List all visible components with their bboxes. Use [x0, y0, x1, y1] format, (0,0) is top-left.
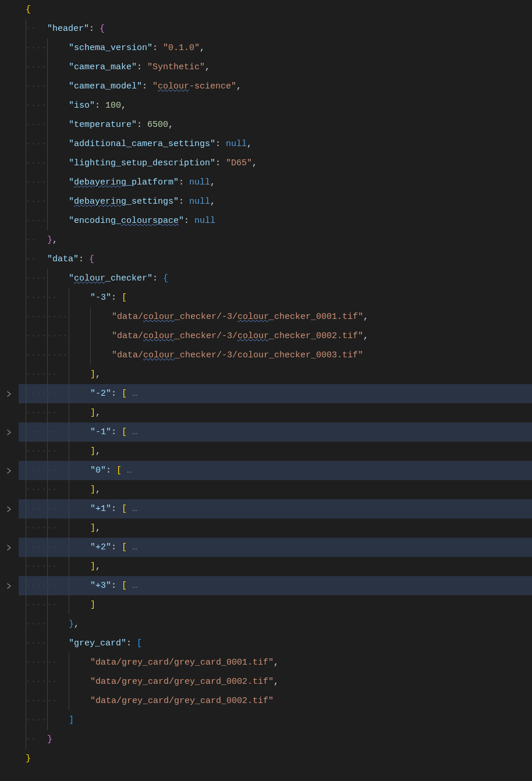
token-str: colour — [143, 307, 175, 326]
token-fold: … — [127, 538, 137, 557]
token-brace-d: [ — [122, 423, 127, 442]
token-comma: , — [210, 173, 215, 192]
code-line[interactable]: ··} — [19, 730, 532, 749]
whitespace-dots: ······ — [26, 595, 57, 615]
code-line[interactable]: ······], — [19, 519, 532, 538]
gutter-blank — [0, 557, 19, 576]
token-comma: , — [52, 230, 58, 250]
fold-chevron-icon[interactable] — [0, 499, 19, 519]
token-brace-b: { — [100, 19, 105, 38]
code-line[interactable]: ········"data/colour_checker/-3/colour_c… — [19, 326, 532, 346]
code-line[interactable]: ······"-2": [ … — [19, 384, 532, 403]
fold-chevron-icon[interactable] — [0, 384, 19, 403]
code-line[interactable]: } — [19, 749, 532, 768]
token-colon: : — [137, 58, 147, 77]
gutter-blank — [0, 346, 19, 365]
code-line[interactable]: ······], — [19, 365, 532, 384]
code-line[interactable]: ········"data/colour_checker/-3/colour_c… — [19, 307, 532, 326]
code-line[interactable]: ····"iso": 100, — [19, 96, 532, 115]
gutter-blank — [0, 230, 19, 250]
whitespace-dots: ···· — [26, 38, 47, 58]
code-line[interactable]: ······"+2": [ … — [19, 538, 532, 557]
code-line[interactable]: ··}, — [19, 230, 532, 250]
token-colon: : — [79, 250, 89, 269]
code-line[interactable]: ····"grey_card": [ — [19, 634, 532, 653]
code-line[interactable]: ······"-3": [ — [19, 288, 532, 307]
code-line[interactable]: ······], — [19, 557, 532, 576]
code-line[interactable]: ····"encoding_colourspace": null — [19, 211, 532, 230]
token-str: " — [152, 77, 158, 96]
whitespace-dots: ······ — [26, 519, 57, 538]
whitespace-dots: ···· — [26, 634, 47, 653]
gutter-blank — [0, 38, 19, 58]
code-line[interactable]: ····"lighting_setup_description": "D65", — [19, 154, 532, 173]
code-line[interactable]: { — [19, 0, 532, 19]
token-nul: null — [189, 173, 210, 192]
gutter-blank — [0, 480, 19, 499]
token-key: "lighting_setup_description" — [69, 154, 215, 173]
code-line[interactable]: ····"debayering_platform": null, — [19, 173, 532, 192]
code-line[interactable]: ··"data": { — [19, 250, 532, 269]
token-brace-b: { — [89, 250, 94, 269]
gutter-blank — [0, 442, 19, 461]
gutter-blank — [0, 134, 19, 154]
gutter-blank — [0, 19, 19, 38]
token-comma: , — [121, 96, 126, 115]
code-line[interactable]: ······"data/grey_card/grey_card_0002.tif… — [19, 691, 532, 711]
code-line[interactable]: ··"header": { — [19, 19, 532, 38]
token-colon: : — [106, 461, 116, 480]
token-brace-d: [ — [122, 288, 127, 307]
whitespace-dots: ······ — [26, 672, 57, 691]
token-comma: , — [252, 154, 257, 173]
code-line[interactable]: ······"+3": [ … — [19, 576, 532, 595]
code-line[interactable]: ····"temperature": 6500, — [19, 115, 532, 134]
code-line[interactable]: ····"camera_make": "Synthetic", — [19, 58, 532, 77]
code-line[interactable]: ····}, — [19, 615, 532, 634]
code-line[interactable]: ······"0": [ … — [19, 461, 532, 480]
code-line[interactable]: ······"data/grey_card/grey_card_0001.tif… — [19, 653, 532, 672]
code-line[interactable]: ····] — [19, 711, 532, 730]
token-comma: , — [274, 653, 279, 672]
whitespace-dots: ········ — [26, 307, 68, 326]
code-line[interactable]: ····"camera_model": "colour-science", — [19, 77, 532, 96]
token-colon: : — [179, 173, 189, 192]
token-comma: , — [363, 307, 368, 326]
code-line[interactable]: ········"data/colour_checker/-3/colour_c… — [19, 346, 532, 365]
token-brace-d: [ — [122, 538, 127, 557]
token-colon: : — [111, 576, 122, 595]
code-line[interactable]: ····"additional_camera_settings": null, — [19, 134, 532, 154]
fold-chevron-icon[interactable] — [0, 538, 19, 557]
whitespace-dots: ······ — [26, 423, 57, 442]
token-str: colour — [237, 326, 269, 346]
code-line[interactable]: ····"debayering_settings": null, — [19, 192, 532, 211]
code-line[interactable]: ······"-1": [ … — [19, 423, 532, 442]
token-brace-c: ] — [69, 711, 74, 730]
code-line[interactable]: ······"data/grey_card/grey_card_0002.tif… — [19, 672, 532, 691]
token-str: _checker/-3/ — [175, 326, 237, 346]
code-line[interactable]: ····"schema_version": "0.1.0", — [19, 38, 532, 58]
fold-chevron-icon[interactable] — [0, 461, 19, 480]
whitespace-dots: ···· — [26, 154, 47, 173]
whitespace-dots: ······ — [26, 384, 57, 403]
fold-chevron-icon[interactable] — [0, 576, 19, 595]
token-key: "header" — [47, 19, 89, 38]
fold-chevron-icon[interactable] — [0, 423, 19, 442]
gutter-blank — [0, 326, 19, 346]
token-str: colour — [237, 307, 269, 326]
code-line[interactable]: ······"+1": [ … — [19, 499, 532, 519]
token-str: "data/ — [112, 346, 143, 365]
code-line[interactable]: ······], — [19, 442, 532, 461]
token-key: _checker" — [105, 269, 152, 288]
editor-code[interactable]: {··"header": {····"schema_version": "0.1… — [19, 0, 532, 768]
whitespace-dots: ······ — [26, 403, 57, 423]
gutter-blank — [0, 711, 19, 730]
whitespace-dots: ······ — [26, 288, 57, 307]
code-line[interactable]: ······] — [19, 595, 532, 615]
code-line[interactable]: ····"colour_checker": { — [19, 269, 532, 288]
token-key: _settings" — [126, 192, 179, 211]
code-line[interactable]: ······], — [19, 403, 532, 423]
token-comma: , — [247, 134, 252, 154]
code-line[interactable]: ······], — [19, 480, 532, 499]
token-brace-c: { — [163, 269, 168, 288]
whitespace-dots: ···· — [26, 173, 47, 192]
